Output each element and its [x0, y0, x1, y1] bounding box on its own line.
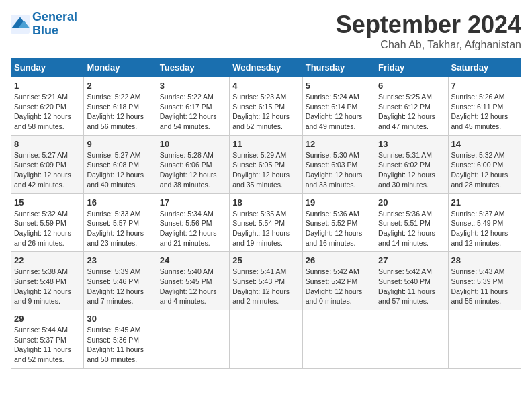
day-detail: Sunrise: 5:45 AMSunset: 5:36 PMDaylight:… — [87, 326, 144, 363]
calendar-cell: 17 Sunrise: 5:34 AMSunset: 5:56 PMDaylig… — [157, 193, 229, 252]
day-detail: Sunrise: 5:29 AMSunset: 6:05 PMDaylight:… — [232, 151, 290, 189]
day-detail: Sunrise: 5:22 AMSunset: 6:18 PMDaylight:… — [87, 93, 144, 130]
calendar-cell: 8 Sunrise: 5:27 AMSunset: 6:09 PMDayligh… — [11, 135, 84, 193]
day-detail: Sunrise: 5:37 AMSunset: 5:49 PMDaylight:… — [451, 210, 508, 247]
day-detail: Sunrise: 5:38 AMSunset: 5:48 PMDaylight:… — [14, 267, 71, 305]
day-detail: Sunrise: 5:24 AMSunset: 6:14 PMDaylight:… — [306, 93, 363, 130]
day-detail: Sunrise: 5:42 AMSunset: 5:42 PMDaylight:… — [306, 267, 363, 305]
calendar-cell: 21 Sunrise: 5:37 AMSunset: 5:49 PMDaylig… — [448, 193, 521, 252]
day-number: 29 — [14, 314, 81, 324]
calendar-cell — [230, 310, 302, 369]
logo-text: General Blue — [32, 11, 77, 38]
day-number: 10 — [160, 139, 226, 149]
day-number: 6 — [378, 81, 445, 91]
calendar-cell — [157, 310, 229, 369]
day-number: 16 — [87, 197, 153, 208]
day-number: 26 — [306, 255, 372, 265]
week-row-3: 15 Sunrise: 5:32 AMSunset: 5:59 PMDaylig… — [11, 193, 521, 252]
day-detail: Sunrise: 5:23 AMSunset: 6:15 PMDaylight:… — [232, 93, 290, 130]
calendar-cell: 23 Sunrise: 5:39 AMSunset: 5:46 PMDaylig… — [84, 252, 157, 310]
calendar-table: SundayMondayTuesdayWednesdayThursdayFrid… — [11, 58, 521, 369]
day-number: 9 — [87, 139, 153, 149]
day-detail: Sunrise: 5:36 AMSunset: 5:52 PMDaylight:… — [306, 210, 363, 247]
calendar-cell: 4 Sunrise: 5:23 AMSunset: 6:15 PMDayligh… — [230, 77, 302, 136]
calendar-cell: 1 Sunrise: 5:21 AMSunset: 6:20 PMDayligh… — [11, 77, 84, 136]
day-detail: Sunrise: 5:21 AMSunset: 6:20 PMDaylight:… — [14, 93, 71, 130]
day-number: 7 — [451, 81, 518, 91]
logo-icon — [11, 15, 30, 34]
weekday-header-tuesday: Tuesday — [157, 58, 229, 77]
day-detail: Sunrise: 5:34 AMSunset: 5:56 PMDaylight:… — [160, 210, 217, 247]
day-detail: Sunrise: 5:28 AMSunset: 6:06 PMDaylight:… — [160, 151, 217, 189]
calendar-cell — [302, 310, 375, 369]
calendar-cell: 25 Sunrise: 5:41 AMSunset: 5:43 PMDaylig… — [230, 252, 302, 310]
day-number: 3 — [160, 81, 226, 91]
weekday-header-row: SundayMondayTuesdayWednesdayThursdayFrid… — [11, 58, 521, 77]
calendar-cell: 9 Sunrise: 5:27 AMSunset: 6:08 PMDayligh… — [84, 135, 157, 193]
day-number: 12 — [306, 139, 372, 149]
day-detail: Sunrise: 5:43 AMSunset: 5:39 PMDaylight:… — [451, 267, 508, 305]
day-number: 25 — [232, 255, 299, 265]
calendar-cell: 27 Sunrise: 5:42 AMSunset: 5:40 PMDaylig… — [375, 252, 448, 310]
calendar-cell: 10 Sunrise: 5:28 AMSunset: 6:06 PMDaylig… — [157, 135, 229, 193]
logo: General Blue — [11, 11, 77, 38]
week-row-4: 22 Sunrise: 5:38 AMSunset: 5:48 PMDaylig… — [11, 252, 521, 310]
day-number: 20 — [378, 197, 445, 208]
weekday-header-thursday: Thursday — [302, 58, 375, 77]
day-detail: Sunrise: 5:30 AMSunset: 6:03 PMDaylight:… — [306, 151, 363, 189]
calendar-cell: 12 Sunrise: 5:30 AMSunset: 6:03 PMDaylig… — [302, 135, 375, 193]
location-title: Chah Ab, Takhar, Afghanistan — [336, 39, 521, 51]
weekday-header-wednesday: Wednesday — [230, 58, 302, 77]
day-number: 30 — [87, 314, 153, 324]
calendar-cell: 2 Sunrise: 5:22 AMSunset: 6:18 PMDayligh… — [84, 77, 157, 136]
day-detail: Sunrise: 5:22 AMSunset: 6:17 PMDaylight:… — [160, 93, 217, 130]
calendar-cell: 26 Sunrise: 5:42 AMSunset: 5:42 PMDaylig… — [302, 252, 375, 310]
day-number: 17 — [160, 197, 226, 208]
calendar-cell: 24 Sunrise: 5:40 AMSunset: 5:45 PMDaylig… — [157, 252, 229, 310]
day-detail: Sunrise: 5:27 AMSunset: 6:08 PMDaylight:… — [87, 151, 144, 189]
day-number: 1 — [14, 81, 81, 91]
day-detail: Sunrise: 5:31 AMSunset: 6:02 PMDaylight:… — [378, 151, 435, 189]
calendar-cell: 20 Sunrise: 5:36 AMSunset: 5:51 PMDaylig… — [375, 193, 448, 252]
day-number: 5 — [306, 81, 372, 91]
day-number: 21 — [451, 197, 518, 208]
week-row-1: 1 Sunrise: 5:21 AMSunset: 6:20 PMDayligh… — [11, 77, 521, 136]
day-number: 18 — [232, 197, 299, 208]
weekday-header-sunday: Sunday — [11, 58, 84, 77]
day-number: 19 — [306, 197, 372, 208]
day-number: 4 — [232, 81, 299, 91]
day-number: 24 — [160, 255, 226, 265]
calendar-cell: 13 Sunrise: 5:31 AMSunset: 6:02 PMDaylig… — [375, 135, 448, 193]
day-detail: Sunrise: 5:32 AMSunset: 6:00 PMDaylight:… — [451, 151, 508, 189]
weekday-header-monday: Monday — [84, 58, 157, 77]
day-detail: Sunrise: 5:35 AMSunset: 5:54 PMDaylight:… — [232, 210, 290, 247]
calendar-cell: 19 Sunrise: 5:36 AMSunset: 5:52 PMDaylig… — [302, 193, 375, 252]
day-number: 15 — [14, 197, 81, 208]
calendar-cell: 16 Sunrise: 5:33 AMSunset: 5:57 PMDaylig… — [84, 193, 157, 252]
day-number: 22 — [14, 255, 81, 265]
calendar-cell: 14 Sunrise: 5:32 AMSunset: 6:00 PMDaylig… — [448, 135, 521, 193]
day-number: 28 — [451, 255, 518, 265]
day-detail: Sunrise: 5:32 AMSunset: 5:59 PMDaylight:… — [14, 210, 71, 247]
calendar-cell: 11 Sunrise: 5:29 AMSunset: 6:05 PMDaylig… — [230, 135, 302, 193]
calendar-cell — [448, 310, 521, 369]
day-number: 23 — [87, 255, 153, 265]
day-number: 13 — [378, 139, 445, 149]
calendar-cell — [375, 310, 448, 369]
calendar-cell: 3 Sunrise: 5:22 AMSunset: 6:17 PMDayligh… — [157, 77, 229, 136]
day-number: 14 — [451, 139, 518, 149]
title-area: September 2024 Chah Ab, Takhar, Afghanis… — [336, 11, 521, 51]
header: General Blue September 2024 Chah Ab, Tak… — [11, 11, 521, 51]
day-detail: Sunrise: 5:36 AMSunset: 5:51 PMDaylight:… — [378, 210, 435, 247]
weekday-header-friday: Friday — [375, 58, 448, 77]
day-detail: Sunrise: 5:26 AMSunset: 6:11 PMDaylight:… — [451, 93, 508, 130]
day-detail: Sunrise: 5:25 AMSunset: 6:12 PMDaylight:… — [378, 93, 435, 130]
calendar-cell: 29 Sunrise: 5:44 AMSunset: 5:37 PMDaylig… — [11, 310, 84, 369]
calendar-cell: 22 Sunrise: 5:38 AMSunset: 5:48 PMDaylig… — [11, 252, 84, 310]
week-row-5: 29 Sunrise: 5:44 AMSunset: 5:37 PMDaylig… — [11, 310, 521, 369]
day-detail: Sunrise: 5:40 AMSunset: 5:45 PMDaylight:… — [160, 267, 217, 305]
weekday-header-saturday: Saturday — [448, 58, 521, 77]
calendar-cell: 7 Sunrise: 5:26 AMSunset: 6:11 PMDayligh… — [448, 77, 521, 136]
calendar-cell: 15 Sunrise: 5:32 AMSunset: 5:59 PMDaylig… — [11, 193, 84, 252]
week-row-2: 8 Sunrise: 5:27 AMSunset: 6:09 PMDayligh… — [11, 135, 521, 193]
